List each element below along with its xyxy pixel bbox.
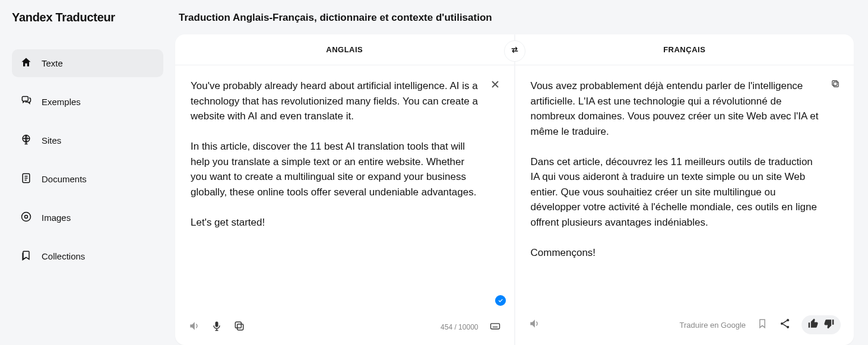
swap-icon bbox=[510, 45, 519, 57]
svg-point-3 bbox=[25, 216, 28, 219]
copy-icon bbox=[233, 320, 245, 334]
chat-icon bbox=[20, 95, 32, 109]
swap-languages-button[interactable] bbox=[504, 40, 525, 62]
translate-google-link[interactable]: Traduire en Google bbox=[679, 321, 746, 330]
thumbs-down-button[interactable] bbox=[823, 318, 835, 332]
source-panel: ANGLAIS You've probably already heard ab… bbox=[175, 34, 514, 345]
share-icon bbox=[779, 318, 791, 332]
speaker-icon bbox=[188, 320, 200, 334]
target-language-selector[interactable]: FRANÇAIS bbox=[515, 34, 854, 65]
target-text-output: Vous avez probablement déjà entendu parl… bbox=[515, 65, 854, 307]
keyboard-button[interactable] bbox=[489, 320, 501, 334]
translator: ANGLAIS You've probably already heard ab… bbox=[175, 34, 854, 345]
clear-button[interactable] bbox=[489, 78, 501, 93]
sidebar-item-texte[interactable]: Texte bbox=[12, 49, 163, 77]
source-text-input[interactable]: You've probably already heard about arti… bbox=[175, 65, 514, 312]
thumbs-up-icon bbox=[807, 318, 819, 332]
page-title: Traduction Anglais-Français, dictionnair… bbox=[179, 12, 854, 24]
svg-rect-7 bbox=[490, 324, 499, 329]
keyboard-icon bbox=[489, 320, 501, 334]
share-button[interactable] bbox=[779, 318, 791, 332]
copy-target-button[interactable] bbox=[830, 78, 841, 91]
sidebar-item-sites[interactable]: Sites bbox=[12, 126, 163, 154]
sidebar-item-label: Sites bbox=[42, 135, 61, 145]
char-count: 454 / 10000 bbox=[441, 323, 478, 331]
listen-source-button[interactable] bbox=[188, 320, 200, 334]
svg-rect-4 bbox=[216, 322, 218, 327]
svg-rect-9 bbox=[832, 81, 837, 86]
sidebar-item-collections[interactable]: Collections bbox=[12, 242, 163, 270]
thumbs-down-icon bbox=[823, 318, 835, 332]
check-icon bbox=[498, 295, 503, 306]
target-footer: Traduire en Google bbox=[515, 307, 854, 345]
svg-rect-5 bbox=[237, 324, 243, 330]
main: Traduction Anglais-Français, dictionnair… bbox=[175, 0, 868, 345]
microphone-button[interactable] bbox=[211, 320, 223, 334]
target-panel: FRANÇAIS Vous avez probablement déjà ent… bbox=[515, 34, 854, 345]
listen-target-button[interactable] bbox=[528, 318, 540, 332]
svg-rect-8 bbox=[834, 82, 838, 87]
copy-source-button[interactable] bbox=[233, 320, 245, 334]
sidebar-item-label: Images bbox=[42, 213, 71, 223]
sidebar-item-label: Collections bbox=[42, 251, 85, 261]
nav-list: Texte Exemples Sites Documents bbox=[12, 49, 175, 270]
sidebar-item-images[interactable]: Images bbox=[12, 204, 163, 232]
sidebar-item-label: Documents bbox=[42, 174, 87, 184]
microphone-icon bbox=[211, 320, 223, 334]
image-icon bbox=[20, 211, 32, 224]
copy-icon bbox=[830, 81, 841, 91]
spellcheck-badge[interactable] bbox=[495, 295, 506, 306]
document-icon bbox=[20, 172, 32, 186]
bookmark-icon bbox=[20, 249, 32, 263]
thumbs-up-button[interactable] bbox=[807, 318, 819, 332]
source-footer: 454 / 10000 bbox=[175, 312, 514, 345]
sidebar: Yandex Traducteur Texte Exemples Sites bbox=[0, 0, 175, 345]
bookmark-button[interactable] bbox=[756, 318, 768, 332]
source-language-selector[interactable]: ANGLAIS bbox=[175, 34, 514, 65]
sidebar-item-label: Texte bbox=[42, 58, 63, 68]
sidebar-item-documents[interactable]: Documents bbox=[12, 165, 163, 193]
globe-icon bbox=[20, 134, 32, 147]
feedback-group bbox=[802, 315, 841, 334]
sidebar-item-label: Exemples bbox=[42, 97, 81, 107]
svg-point-2 bbox=[22, 213, 31, 221]
close-icon bbox=[489, 82, 501, 92]
sidebar-item-exemples[interactable]: Exemples bbox=[12, 88, 163, 116]
speaker-icon bbox=[528, 318, 540, 332]
logo[interactable]: Yandex Traducteur bbox=[12, 11, 175, 24]
home-icon bbox=[20, 56, 32, 70]
svg-rect-6 bbox=[235, 322, 241, 328]
bookmark-icon bbox=[756, 318, 768, 332]
